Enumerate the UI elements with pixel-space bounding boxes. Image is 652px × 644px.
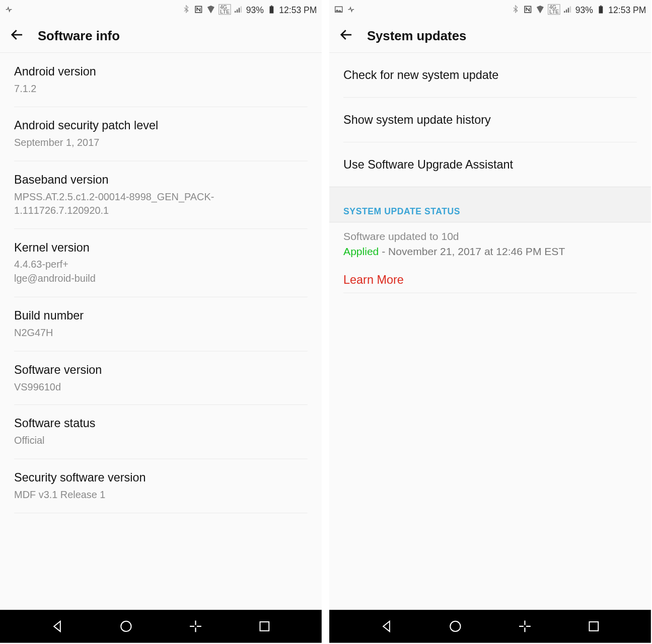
row-title: Android security patch level — [14, 118, 308, 134]
row-security-software[interactable]: Security software version MDF v3.1 Relea… — [14, 459, 308, 513]
location-icon — [206, 5, 216, 14]
nav-back-icon[interactable] — [45, 614, 69, 638]
nav-home-icon[interactable] — [444, 614, 467, 638]
row-title: Kernel version — [14, 239, 308, 256]
row-title: Security software version — [14, 470, 308, 486]
settings-list: Android version 7.1.2 Android security p… — [0, 53, 322, 513]
clock: 12:53 PM — [279, 5, 317, 15]
network-4g-icon: 4GLTE — [219, 4, 231, 15]
signal-icon — [563, 5, 572, 14]
nav-recent-icon[interactable] — [253, 614, 276, 638]
page-title: System updates — [367, 28, 466, 43]
svg-point-9 — [451, 621, 461, 631]
clock: 12:53 PM — [608, 5, 646, 15]
nav-back-icon[interactable] — [375, 614, 398, 638]
battery-icon — [596, 5, 606, 14]
battery-icon — [267, 5, 276, 14]
row-security-patch[interactable]: Android security patch level September 1… — [14, 107, 308, 161]
svg-rect-4 — [260, 622, 269, 631]
phone-right: 4GLTE 93% 12:53 PM System updates Check … — [329, 0, 651, 643]
row-title: Check for new system update — [343, 63, 637, 87]
svg-rect-7 — [599, 6, 603, 13]
row-software-status[interactable]: Software status Official — [14, 405, 308, 459]
svg-point-3 — [121, 621, 131, 631]
svg-rect-1 — [269, 6, 273, 13]
row-sub: September 1, 2017 — [14, 136, 308, 150]
row-build-number[interactable]: Build number N2G47H — [14, 297, 308, 351]
status-applied-label: Applied — [343, 246, 379, 257]
status-date: - November 21, 2017 at 12:46 PM EST — [379, 246, 565, 257]
update-status-block: Software updated to 10d Applied - Novemb… — [329, 222, 651, 292]
learn-more-link[interactable]: Learn More — [343, 273, 404, 293]
divider — [343, 292, 637, 293]
row-sub: 7.1.2 — [14, 82, 308, 96]
nav-home-icon[interactable] — [114, 614, 138, 638]
row-upgrade-assistant[interactable]: Use Software Upgrade Assistant — [343, 142, 637, 187]
battery-percent: 93% — [575, 5, 593, 15]
svg-rect-2 — [271, 6, 272, 7]
row-sub: MDF v3.1 Release 1 — [14, 488, 308, 502]
nav-recent-icon[interactable] — [582, 614, 606, 638]
row-update-history[interactable]: Show system update history — [343, 98, 637, 142]
svg-rect-10 — [589, 622, 598, 631]
phone-left: 4GLTE 93% 12:53 PM Software info Android… — [0, 0, 322, 643]
row-sub: 4.4.63-perf+ lge@android-build — [14, 258, 308, 286]
row-sub: VS99610d — [14, 380, 308, 394]
row-title: Show system update history — [343, 108, 637, 131]
app-bar: System updates — [329, 19, 651, 53]
bluetooth-icon — [182, 5, 191, 14]
nav-bar — [329, 610, 651, 643]
row-kernel[interactable]: Kernel version 4.4.63-perf+ lge@android-… — [14, 229, 308, 297]
nav-bar — [0, 610, 322, 643]
svg-rect-8 — [600, 6, 602, 7]
location-icon — [536, 5, 545, 14]
heart-icon — [5, 5, 14, 14]
network-4g-icon: 4GLTE — [548, 4, 560, 15]
row-title: Baseband version — [14, 172, 308, 188]
battery-percent: 93% — [246, 5, 264, 15]
signal-icon — [234, 5, 243, 14]
status-bar: 4GLTE 93% 12:53 PM — [329, 0, 651, 19]
row-check-update[interactable]: Check for new system update — [343, 53, 637, 98]
row-title: Use Software Upgrade Assistant — [343, 153, 637, 176]
row-title: Android version — [14, 63, 308, 79]
nav-split-icon[interactable] — [184, 614, 207, 638]
bluetooth-icon — [511, 5, 521, 14]
back-arrow-icon[interactable] — [339, 27, 354, 44]
row-android-version[interactable]: Android version 7.1.2 — [14, 53, 308, 107]
row-title: Software version — [14, 362, 308, 378]
nfc-icon — [194, 5, 203, 14]
section-header-status: SYSTEM UPDATE STATUS — [329, 187, 651, 222]
row-sub: N2G47H — [14, 326, 308, 340]
row-software-version[interactable]: Software version VS99610d — [14, 351, 308, 405]
status-updated-to: Software updated to 10d — [343, 231, 637, 244]
row-title: Software status — [14, 416, 308, 432]
nfc-icon — [523, 5, 533, 14]
status-applied-line: Applied - November 21, 2017 at 12:46 PM … — [343, 246, 637, 258]
row-sub: Official — [14, 434, 308, 448]
back-arrow-icon[interactable] — [10, 27, 25, 44]
actions-list: Check for new system update Show system … — [329, 53, 651, 187]
status-bar: 4GLTE 93% 12:53 PM — [0, 0, 322, 19]
picture-icon — [334, 5, 343, 14]
page-title: Software info — [38, 28, 120, 43]
row-baseband[interactable]: Baseband version MPSS.AT.2.5.c1.2-00014-… — [14, 161, 308, 229]
row-title: Build number — [14, 308, 308, 324]
app-bar: Software info — [0, 19, 322, 53]
heart-icon — [347, 5, 356, 14]
row-sub: MPSS.AT.2.5.c1.2-00014-8998_GEN_PACK-1.1… — [14, 190, 308, 218]
nav-split-icon[interactable] — [513, 614, 537, 638]
